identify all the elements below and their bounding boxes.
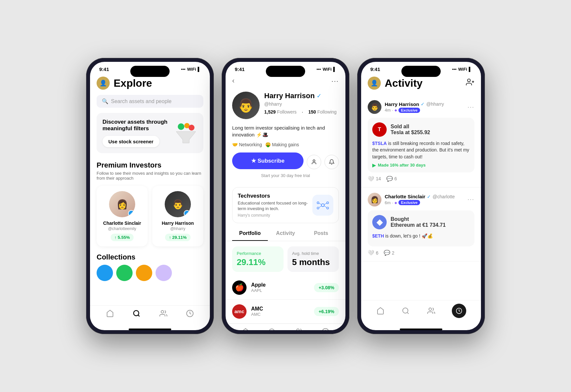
charlotte-more-button[interactable]: ··· xyxy=(468,196,474,203)
performance-card: Performance 29.11% xyxy=(232,246,284,272)
profile-info: Harry Harrison ✓ @hharry 1,529 Followers… xyxy=(264,92,339,115)
comment-icon: 💬 xyxy=(386,176,393,182)
svg-point-25 xyxy=(403,308,408,313)
harry-likes[interactable]: 🤍 14 xyxy=(368,176,381,182)
svg-point-22 xyxy=(468,79,470,82)
harry-name: Harry Harrison xyxy=(162,221,194,226)
collection-4[interactable] xyxy=(156,265,172,281)
profile-screen: ‹ ··· 👨 Harry Harrison ✓ @hharry xyxy=(226,74,345,330)
nav-clock-icon[interactable] xyxy=(185,309,194,318)
profile-header: 👨 Harry Harrison ✓ @hharry 1,529 Followe… xyxy=(226,89,345,124)
back-button[interactable]: ‹ xyxy=(232,77,234,85)
use-stock-screener-button[interactable]: Use stock screener xyxy=(102,136,159,147)
svg-line-4 xyxy=(138,315,139,316)
tsla-ticker: $TSLA xyxy=(372,141,387,146)
harry-avatar: 👨 ✓ xyxy=(165,191,191,217)
charlotte-feed-meta: 6m · ◆ Exclusive xyxy=(385,200,464,205)
phone-3-screen: 9:41 ▪▪▪ WiFi ▌ 👤 Activity xyxy=(361,62,481,330)
apple-ticker: AAPL xyxy=(251,288,309,293)
charlotte-trade-action: Bought Ethereum at €1 734.71 xyxy=(391,216,446,228)
harry-trade-card: T Sold all Tesla at $255.92 $TSLA is sti… xyxy=(368,118,474,172)
heart-icon: 🤍 xyxy=(368,176,374,182)
user-avatar[interactable]: 👤 xyxy=(97,77,110,90)
stock-item-apple[interactable]: 🍎 Apple AAPL +3.08% xyxy=(226,276,345,300)
nav-people-icon-2[interactable] xyxy=(294,327,304,330)
svg-point-2 xyxy=(189,125,194,131)
investor-card-harry[interactable]: 👨 ✓ Harry Harrison @hharry ↑ 29.11% xyxy=(152,186,203,246)
svg-line-17 xyxy=(324,206,326,207)
status-icons-2: ▪▪▪ WiFi ▌ xyxy=(317,67,336,72)
svg-point-3 xyxy=(134,311,139,316)
notify-button[interactable] xyxy=(324,155,339,169)
premium-subtitle: Follow to see their moves and insights s… xyxy=(97,171,203,181)
screener-visual xyxy=(175,122,197,145)
apple-change: +3.08% xyxy=(314,283,339,292)
dot-separator: · xyxy=(392,108,393,113)
charlotte-comments[interactable]: 💬 2 xyxy=(384,250,395,256)
harry-comments-count: 6 xyxy=(395,176,397,181)
nav-feed-icon[interactable] xyxy=(105,309,115,318)
investor-card-charlotte[interactable]: 👩 ✓ Charlotte Sinclair @charlotteemily ↑… xyxy=(97,186,148,246)
charlotte-likes[interactable]: 🤍 6 xyxy=(368,250,378,256)
tab-posts[interactable]: Posts xyxy=(303,230,339,241)
harry-profile-avatar: 👨 xyxy=(232,92,260,119)
nav-search-icon-2[interactable] xyxy=(267,327,277,330)
community-icon xyxy=(312,195,333,216)
follow-button[interactable] xyxy=(307,155,321,169)
hold-label: Avg. hold time xyxy=(292,251,334,256)
activity-header-left: 👤 Activity xyxy=(368,77,423,90)
explore-title: Explore xyxy=(114,77,152,89)
hold-value: 5 months xyxy=(292,257,334,267)
purple-dot-icon-2: ◆ xyxy=(395,201,397,205)
nav-search-icon-3[interactable] xyxy=(401,306,410,315)
add-user-icon xyxy=(466,78,474,86)
charlotte-trade-comment: $ETH is down, let's go ! 🚀💰 xyxy=(372,233,470,239)
svg-point-10 xyxy=(317,202,319,204)
charlotte-time: 6m xyxy=(385,200,391,205)
nav-people-icon-3[interactable] xyxy=(427,306,436,315)
profile-name-row: Harry Harrison ✓ xyxy=(264,92,339,100)
harry-time: 4m xyxy=(385,108,391,113)
tab-activity[interactable]: Activity xyxy=(268,230,304,241)
amc-info: AMC AMC xyxy=(251,306,309,317)
phone-1-screen: 9:41 ▪▪▪ WiFi ▌ 👤 Explore xyxy=(90,62,210,330)
hold-time-card: Avg. hold time 5 months xyxy=(287,246,339,272)
network-svg xyxy=(316,198,330,212)
svg-line-14 xyxy=(319,203,321,205)
feed-item-harry: 👨 Harry Harrison ✓ @hharry 4m xyxy=(361,95,481,187)
performance-label: Performance xyxy=(237,251,279,256)
nav-feed-icon-2[interactable] xyxy=(241,327,250,330)
community-name: Techvestors xyxy=(238,193,308,199)
apple-logo: 🍎 xyxy=(232,280,247,295)
collections-row xyxy=(97,265,203,284)
nav-clock-icon-2[interactable] xyxy=(321,327,330,330)
tag-gains: 🤑 Making gains xyxy=(265,142,299,147)
svg-point-27 xyxy=(429,308,432,311)
amc-name: AMC xyxy=(251,306,309,312)
collection-1[interactable] xyxy=(97,265,113,281)
notch-3 xyxy=(401,66,441,77)
charlotte-name-row: Charlotte Sinclair ✓ @charlotte xyxy=(385,194,464,199)
community-card[interactable]: Techvestors Educational content focused … xyxy=(232,187,339,223)
search-bar[interactable]: 🔍 Search assets and people xyxy=(97,95,203,108)
wifi-icon: WiFi xyxy=(187,67,196,72)
stock-item-amc[interactable]: amc AMC AMC +6.19% xyxy=(226,300,345,324)
harry-comments[interactable]: 💬 6 xyxy=(386,176,397,182)
investors-grid: 👩 ✓ Charlotte Sinclair @charlotteemily ↑… xyxy=(97,186,203,246)
collection-2[interactable] xyxy=(116,265,133,281)
profile-stats: 1,529 Followers · 150 Following xyxy=(264,109,339,115)
feed-item-charlotte: 👩 Charlotte Sinclair ✓ @charlotte 6m xyxy=(361,187,481,261)
tab-portfolio[interactable]: Portfolio xyxy=(232,230,268,241)
nav-people-icon[interactable] xyxy=(159,309,168,318)
collection-3[interactable] xyxy=(136,265,152,281)
exclusive-badge-charlotte: Exclusive xyxy=(398,200,420,205)
svg-point-5 xyxy=(161,311,164,313)
add-user-button[interactable] xyxy=(466,78,474,88)
nav-search-icon[interactable] xyxy=(132,309,141,318)
more-button[interactable]: ··· xyxy=(331,77,339,85)
activity-user-avatar[interactable]: 👤 xyxy=(368,77,381,90)
harry-more-button[interactable]: ··· xyxy=(468,104,474,111)
nav-feed-icon-3[interactable] xyxy=(376,306,385,315)
subscribe-button[interactable]: ★ Subscribe xyxy=(232,152,304,169)
nav-activity-active[interactable] xyxy=(452,304,466,318)
